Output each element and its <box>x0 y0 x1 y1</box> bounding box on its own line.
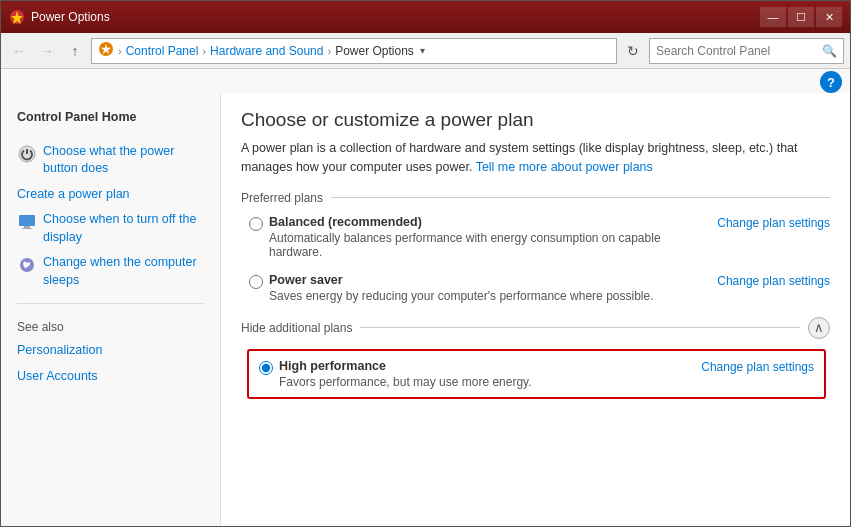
refresh-button[interactable]: ↻ <box>621 39 645 63</box>
breadcrumb[interactable]: › Control Panel › Hardware and Sound › P… <box>91 38 617 64</box>
power-saver-plan-desc: Saves energy by reducing your computer's… <box>269 289 697 303</box>
search-box[interactable]: 🔍 <box>649 38 844 64</box>
sidebar-item-display[interactable]: Choose when to turn off the display <box>1 207 220 250</box>
sidebar-control-panel-home[interactable]: Control Panel Home <box>1 105 220 131</box>
sidebar-divider <box>17 303 204 304</box>
display-icon <box>17 212 37 232</box>
main-area: Control Panel Home Choose what the power… <box>1 93 850 526</box>
up-button[interactable]: ↑ <box>63 39 87 63</box>
main-window: Power Options — ☐ ✕ ← → ↑ › Control Pane… <box>0 0 851 527</box>
balanced-radio[interactable] <box>249 217 263 231</box>
hide-plans-header: Hide additional plans ∧ <box>241 317 830 339</box>
plan-item-high-performance: High performance Favors performance, but… <box>247 349 826 399</box>
balanced-plan-desc: Automatically balances performance with … <box>269 231 697 259</box>
back-button[interactable]: ← <box>7 39 31 63</box>
preferred-plans-line <box>331 197 830 198</box>
power-saver-plan-name: Power saver <box>269 273 697 287</box>
sidebar-link-power-button[interactable]: Choose what the power button does <box>43 143 204 178</box>
content-panel: Choose or customize a power plan A power… <box>221 93 850 526</box>
search-icon: 🔍 <box>822 44 837 58</box>
breadcrumb-dropdown-icon[interactable]: ▾ <box>420 45 425 56</box>
sidebar: Control Panel Home Choose what the power… <box>1 93 221 526</box>
balanced-change-link[interactable]: Change plan settings <box>717 216 830 230</box>
sidebar-link-personalization[interactable]: Personalization <box>1 338 220 364</box>
breadcrumb-icon <box>98 41 114 60</box>
window-title: Power Options <box>31 10 754 24</box>
high-performance-change-link[interactable]: Change plan settings <box>701 360 814 374</box>
sidebar-link-sleep[interactable]: Change when the computer sleeps <box>43 254 204 289</box>
window-icon <box>9 9 25 25</box>
tell-me-more-link[interactable]: Tell me more about power plans <box>476 160 653 174</box>
sidebar-item-sleep[interactable]: Change when the computer sleeps <box>1 250 220 293</box>
high-performance-radio[interactable] <box>259 361 273 375</box>
plan-item-balanced: Balanced (recommended) Automatically bal… <box>241 215 830 259</box>
title-bar-controls: — ☐ ✕ <box>760 7 842 27</box>
page-title: Choose or customize a power plan <box>241 109 830 131</box>
power-button-icon <box>17 144 37 164</box>
breadcrumb-power-options: Power Options <box>335 44 414 58</box>
see-also-label: See also <box>1 314 220 338</box>
svg-rect-5 <box>22 228 32 229</box>
hide-plans-toggle[interactable]: ∧ <box>808 317 830 339</box>
maximize-button[interactable]: ☐ <box>788 7 814 27</box>
svg-rect-4 <box>24 226 30 228</box>
balanced-plan-name: Balanced (recommended) <box>269 215 697 229</box>
preferred-plans-label: Preferred plans <box>241 191 323 205</box>
address-bar: ← → ↑ › Control Panel › Hardware and Sou… <box>1 33 850 69</box>
title-bar: Power Options — ☐ ✕ <box>1 1 850 33</box>
search-input[interactable] <box>656 44 822 58</box>
power-saver-radio[interactable] <box>249 275 263 289</box>
page-description: A power plan is a collection of hardware… <box>241 139 830 177</box>
preferred-plans-header: Preferred plans <box>241 191 830 205</box>
plan-item-power-saver: Power saver Saves energy by reducing you… <box>241 273 830 303</box>
high-performance-plan-desc: Favors performance, but may use more ene… <box>279 375 681 389</box>
sidebar-link-turn-off-display[interactable]: Choose when to turn off the display <box>43 211 204 246</box>
sidebar-item-power-button[interactable]: Choose what the power button does <box>1 139 220 182</box>
minimize-button[interactable]: — <box>760 7 786 27</box>
help-button[interactable]: ? <box>820 71 842 93</box>
hide-plans-line <box>360 327 800 328</box>
sidebar-link-user-accounts[interactable]: User Accounts <box>1 364 220 390</box>
help-area: ? <box>1 69 850 93</box>
svg-rect-3 <box>19 215 35 226</box>
sleep-icon <box>17 255 37 275</box>
breadcrumb-hardware-sound[interactable]: Hardware and Sound <box>210 44 323 58</box>
hide-plans-label: Hide additional plans <box>241 321 352 335</box>
high-performance-plan-name: High performance <box>279 359 681 373</box>
close-button[interactable]: ✕ <box>816 7 842 27</box>
breadcrumb-control-panel[interactable]: Control Panel <box>126 44 199 58</box>
sidebar-link-create-plan[interactable]: Create a power plan <box>1 182 220 208</box>
power-saver-change-link[interactable]: Change plan settings <box>717 274 830 288</box>
forward-button[interactable]: → <box>35 39 59 63</box>
